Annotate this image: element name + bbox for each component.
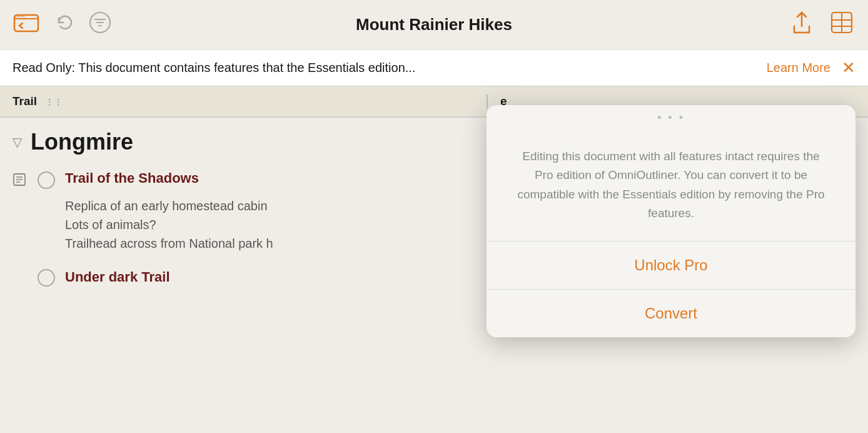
collapse-triangle-icon[interactable]: ▽ [13, 135, 22, 150]
unlock-pro-button[interactable]: Unlock Pro [487, 242, 855, 290]
toolbar-center: Mount Rainier Hikes [356, 15, 512, 34]
toolbar-right [788, 9, 855, 41]
folder-icon[interactable] [13, 9, 40, 41]
trail-2-checkbox[interactable] [38, 269, 55, 287]
pro-edition-popup: • • • Editing this document with all fea… [487, 105, 855, 337]
banner-close-button[interactable]: ✕ [842, 58, 855, 78]
trail-1-checkbox[interactable] [38, 171, 55, 189]
toolbar: Mount Rainier Hikes [0, 0, 868, 50]
document-title: Mount Rainier Hikes [356, 15, 512, 34]
trail-2-name: Under dark Trail [65, 269, 170, 285]
banner-text: Read Only: This document contains featur… [13, 61, 762, 75]
popup-message-text: Editing this document with all features … [487, 125, 855, 242]
trail-1-name: Trail of the Shadows [65, 170, 199, 186]
column-resize-handle[interactable]: ⋮⋮ [40, 97, 68, 107]
note-icon [13, 173, 26, 190]
toolbar-left [13, 9, 113, 41]
filter-icon[interactable] [88, 10, 113, 39]
drag-handle[interactable]: • • • [487, 105, 855, 125]
convert-button[interactable]: Convert [487, 290, 855, 337]
learn-more-button[interactable]: Learn More [767, 61, 830, 75]
group-title: Longmire [31, 129, 133, 155]
share-icon[interactable] [788, 9, 815, 41]
main-content: Trail ⋮⋮ e ▽ Longmire [0, 86, 868, 433]
grid-icon[interactable] [828, 9, 855, 41]
undo-icon[interactable] [51, 10, 76, 39]
trail-column-header: Trail ⋮⋮ [0, 94, 488, 108]
read-only-banner: Read Only: This document contains featur… [0, 50, 868, 86]
